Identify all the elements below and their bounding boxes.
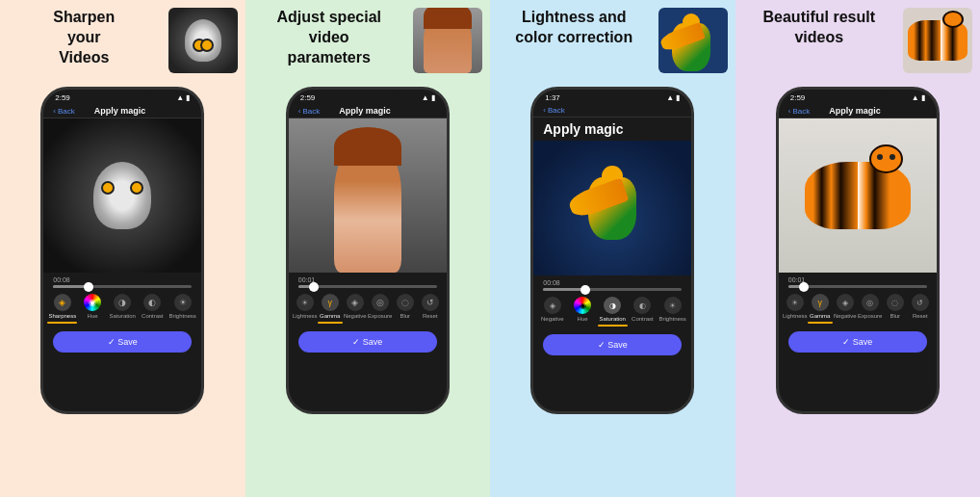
- woman-bg: [289, 118, 447, 273]
- panel-1-thumb: [168, 8, 238, 73]
- back-button-1[interactable]: ‹ Back: [53, 107, 74, 116]
- progress-track-2[interactable]: [298, 285, 437, 288]
- save-label-2: ✓ Save: [352, 337, 382, 347]
- timeline-2[interactable]: 00:01: [289, 273, 447, 290]
- tools-bar-3: ◈ Negative ◉ Hue ◑ Saturation ◐ Contrast…: [533, 293, 691, 330]
- tool-negative[interactable]: ◈ Negative: [343, 294, 368, 324]
- phone-frame-1: 2:59 ▲ ▮ ‹ Back Apply magic 00:08: [40, 87, 204, 414]
- wifi-icon-2: ▲: [422, 93, 429, 102]
- video-preview-3: [533, 141, 691, 275]
- tool-blur-4[interactable]: ◌ Blur: [883, 294, 908, 324]
- tool-label-blur: Blur: [400, 313, 410, 319]
- tool-icon-exposure-4: ◎: [862, 294, 879, 311]
- progress-track-3[interactable]: [543, 288, 682, 291]
- tool-label-lightness: Lightness: [293, 313, 318, 319]
- progress-track-1[interactable]: [53, 285, 192, 288]
- tool-icon-hue-3: ◉: [574, 297, 591, 314]
- owl-body: [93, 162, 151, 229]
- tool-gamma[interactable]: γ Gamma: [318, 294, 343, 324]
- tool-reset-4[interactable]: ↺ Reset: [908, 294, 933, 324]
- tiger-body-full: [805, 162, 911, 229]
- owl-eye-l: [101, 181, 115, 195]
- woman-hair-mini: [424, 8, 472, 29]
- video-preview-1: [43, 118, 201, 273]
- tool-contrast-3[interactable]: ◐ Contrast: [628, 297, 658, 327]
- panel-adjust: Adjust special video parameters 2:59 ▲ ▮…: [245, 0, 491, 497]
- apply-magic-section: Apply magic: [533, 118, 691, 141]
- parrot-wing: [567, 177, 630, 220]
- tool-label-brightness-3: Brightness: [658, 316, 685, 322]
- tool-underline-saturation: [598, 325, 628, 327]
- timeline-4[interactable]: 00:01: [779, 273, 937, 290]
- timeline-3[interactable]: 00:08: [533, 275, 691, 293]
- progress-thumb-3[interactable]: [580, 285, 590, 295]
- back-chevron-4: ‹: [788, 107, 791, 116]
- save-button-3[interactable]: ✓ Save: [543, 334, 682, 355]
- tool-label-gamma: Gamma: [320, 313, 340, 319]
- tool-lightness[interactable]: ☀ Lightness: [293, 294, 318, 324]
- tool-lightness-4[interactable]: ☀ Lightness: [783, 294, 808, 324]
- tool-hue[interactable]: ◉ Hue: [77, 294, 107, 324]
- tool-negative-3[interactable]: ◈ Negative: [537, 297, 567, 327]
- tool-icon-negative: ◈: [347, 294, 364, 311]
- progress-track-4[interactable]: [788, 285, 927, 288]
- tool-label-gamma-4: Gamma: [810, 313, 830, 319]
- panel-lightness: Lightness and color correction 1:37 ▲ ▮ …: [490, 0, 735, 497]
- tool-blur[interactable]: ◌ Blur: [393, 294, 418, 324]
- back-button-3[interactable]: ‹ Back: [543, 106, 564, 115]
- progress-fill-1: [53, 285, 88, 288]
- tool-brightness[interactable]: ☀ Brightness: [168, 294, 197, 324]
- progress-thumb-4[interactable]: [799, 282, 809, 292]
- progress-thumb-2[interactable]: [309, 282, 319, 292]
- tool-label-reset-4: Reset: [913, 313, 928, 319]
- save-button-2[interactable]: ✓ Save: [298, 331, 437, 353]
- woman-figure-mini: [424, 15, 472, 73]
- tool-negative-4[interactable]: ◈ Negative: [833, 294, 858, 324]
- tool-hue-3[interactable]: ◉ Hue: [567, 297, 597, 327]
- tiger-eye-r: [890, 154, 895, 160]
- back-chevron-2: ‹: [298, 107, 301, 116]
- battery-icon-2: ▮: [431, 93, 435, 102]
- tool-sharpness[interactable]: ◈ Sharpness: [47, 294, 77, 324]
- parrot-mini: [672, 13, 714, 67]
- tool-label-hue-3: Hue: [578, 316, 588, 322]
- tool-exposure[interactable]: ◎ Exposure: [368, 294, 393, 324]
- back-label-1: Back: [58, 107, 75, 116]
- progress-thumb-1[interactable]: [84, 282, 93, 292]
- nav-bar-3: ‹ Back: [533, 104, 691, 118]
- timeline-1[interactable]: 00:08: [43, 273, 201, 290]
- tool-exposure-4[interactable]: ◎ Exposure: [858, 294, 883, 324]
- nav-bar-4: ‹ Back Apply magic: [779, 104, 937, 118]
- tool-saturation[interactable]: ◑ Saturation: [108, 294, 138, 324]
- tool-saturation-3[interactable]: ◑ Saturation: [598, 297, 628, 327]
- nav-title-4: Apply magic: [829, 106, 881, 116]
- tool-label-hue: Hue: [88, 313, 98, 319]
- tool-underline-gamma-4: [808, 322, 833, 324]
- parrot-thumbnail: [658, 8, 728, 73]
- back-label-4: Back: [792, 107, 810, 116]
- save-button-1[interactable]: ✓ Save: [53, 331, 192, 353]
- nav-bar-1: ‹ Back Apply magic: [43, 104, 201, 118]
- tool-brightness-3[interactable]: ☀ Brightness: [658, 297, 687, 327]
- save-button-4[interactable]: ✓ Save: [788, 331, 927, 353]
- wifi-icon-4: ▲: [912, 93, 919, 102]
- status-icons-4: ▲ ▮: [912, 93, 925, 102]
- tool-reset[interactable]: ↺ Reset: [418, 294, 443, 324]
- parrot-bg: [533, 141, 691, 275]
- back-button-4[interactable]: ‹ Back: [788, 107, 810, 116]
- apply-magic-title: Apply magic: [543, 121, 682, 137]
- tool-label-negative-4: Negative: [834, 313, 857, 319]
- video-preview-4: [779, 118, 937, 273]
- tool-label-contrast: Contrast: [142, 313, 164, 319]
- tool-label-brightness: Brightness: [168, 313, 195, 319]
- tool-contrast[interactable]: ◐ Contrast: [138, 294, 168, 324]
- back-label-3: Back: [548, 106, 565, 115]
- video-preview-2: [289, 118, 447, 273]
- tool-icon-negative-3: ◈: [544, 297, 561, 314]
- tool-gamma-4[interactable]: γ Gamma: [808, 294, 833, 324]
- phone-frame-2: 2:59 ▲ ▮ ‹ Back Apply magic 00:01: [286, 87, 450, 414]
- back-button-2[interactable]: ‹ Back: [298, 107, 320, 116]
- phone-notch-2: [339, 90, 397, 99]
- tool-icon-blur: ◌: [397, 294, 414, 311]
- owl-eye-r: [130, 181, 143, 195]
